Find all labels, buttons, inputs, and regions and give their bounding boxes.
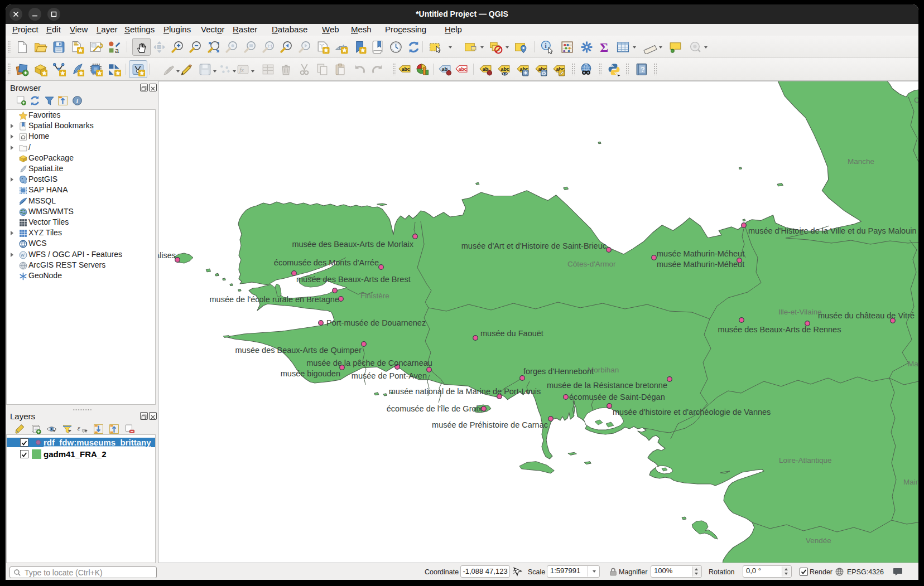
svg-text:Port-musée de Douarnenez: Port-musée de Douarnenez: [326, 318, 426, 327]
svg-text:Manche: Manche: [848, 157, 874, 166]
svg-text:musée des Beaux-Arts de Rennes: musée des Beaux-Arts de Rennes: [718, 325, 841, 334]
svg-text:écomusée de Saint-Dégan: écomusée de Saint-Dégan: [569, 393, 665, 401]
svg-text:musée Mathurin-Méheut: musée Mathurin-Méheut: [657, 260, 744, 269]
svg-text:musée du Faouët: musée du Faouët: [480, 329, 543, 338]
svg-text:musée de la Résistance bretonn: musée de la Résistance bretonne: [547, 381, 667, 390]
svg-text:fx: fx: [239, 67, 244, 73]
svg-text:musée des Beaux-Arts de Quimpe: musée des Beaux-Arts de Quimper: [235, 346, 362, 355]
svg-text:1:1: 1:1: [267, 44, 272, 48]
svg-text:Maine-et-Loire: Maine-et-Loire: [903, 478, 918, 486]
svg-text:musée d'Histoire de la Ville e: musée d'Histoire de la Ville et du Pays …: [748, 226, 917, 235]
svg-text:i: i: [545, 42, 547, 50]
svg-text:ε: ε: [78, 424, 80, 432]
svg-text:ab: ab: [442, 66, 448, 72]
svg-text:musée d'histoire et d'archéolo: musée d'histoire et d'archéologie de Van…: [613, 408, 771, 417]
svg-text:abc: abc: [501, 66, 509, 72]
svg-text:musée des Beaux-Arts de Morlai: musée des Beaux-Arts de Morlaix: [292, 240, 413, 249]
svg-text:Loire-Atlantique: Loire-Atlantique: [779, 456, 832, 464]
svg-text:Ille-et-Vilaine: Ille-et-Vilaine: [778, 308, 822, 316]
svg-text:Calvados: Calvados: [914, 96, 918, 104]
svg-text:musée de Préhistoire de Carnac: musée de Préhistoire de Carnac: [432, 420, 548, 429]
svg-text:abc: abc: [459, 66, 467, 72]
svg-text:Vendée: Vendée: [806, 536, 831, 545]
svg-text:musée Mathurin-Méheut: musée Mathurin-Méheut: [657, 249, 744, 258]
svg-text:musée des Beaux-Arts de Brest: musée des Beaux-Arts de Brest: [296, 275, 411, 284]
svg-text:écomusée des Monts d'Arrée: écomusée des Monts d'Arrée: [274, 258, 379, 267]
svg-text:Σ: Σ: [600, 41, 608, 54]
svg-text:abc: abc: [402, 66, 410, 72]
svg-text:a: a: [115, 47, 119, 54]
svg-text:forges d'Hennebont: forges d'Hennebont: [523, 367, 594, 376]
svg-text:Côtes-d'Armor: Côtes-d'Armor: [567, 260, 616, 268]
svg-text:Mayenne: Mayenne: [908, 360, 918, 368]
svg-text:?: ?: [641, 66, 645, 74]
svg-text:musée national de la Marine de: musée national de la Marine de Port-Loui…: [389, 387, 541, 396]
svg-text:musée de Pont-Aven: musée de Pont-Aven: [352, 371, 427, 380]
svg-text:Finistère: Finistère: [360, 292, 389, 300]
svg-text:musée d'Art et d'Histoire de S: musée d'Art et d'Histoire de Saint-Brieu…: [461, 241, 607, 250]
svg-text:musée de la pêche de Concarnea: musée de la pêche de Concarneau: [306, 359, 432, 367]
svg-text:musée de l'école rurale en Bre: musée de l'école rurale en Bretagne: [210, 295, 340, 304]
svg-text:musée bigouden: musée bigouden: [281, 369, 340, 378]
svg-text:ab: ab: [483, 66, 489, 72]
svg-text:écomusée de l'île de Groix: écomusée de l'île de Groix: [387, 404, 483, 413]
svg-text:musée du château de Vitré: musée du château de Vitré: [818, 311, 915, 320]
svg-text:alises: alises: [158, 251, 176, 260]
